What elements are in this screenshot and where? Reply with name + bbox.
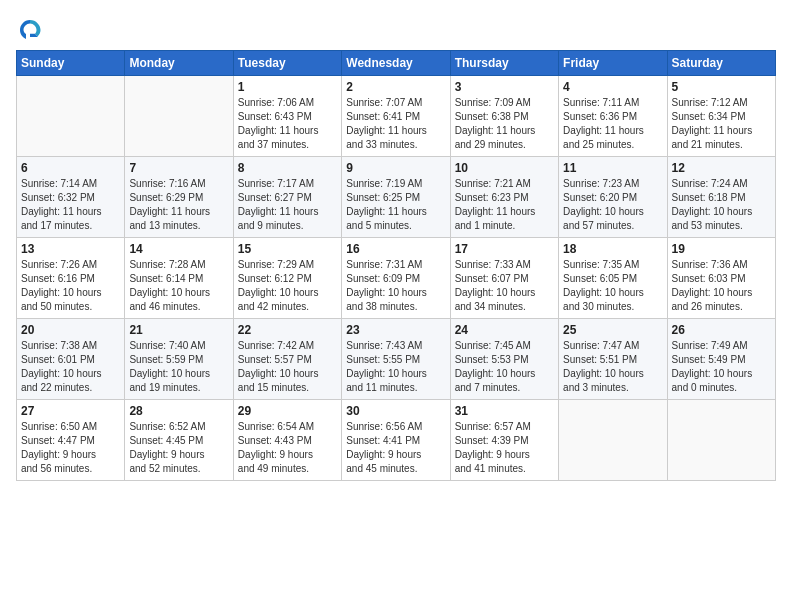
calendar-cell: 22Sunrise: 7:42 AM Sunset: 5:57 PM Dayli… (233, 319, 341, 400)
day-number: 25 (563, 323, 662, 337)
calendar-cell: 14Sunrise: 7:28 AM Sunset: 6:14 PM Dayli… (125, 238, 233, 319)
day-detail: Sunrise: 7:09 AM Sunset: 6:38 PM Dayligh… (455, 96, 554, 152)
calendar-cell: 21Sunrise: 7:40 AM Sunset: 5:59 PM Dayli… (125, 319, 233, 400)
day-header-sunday: Sunday (17, 51, 125, 76)
week-row-1: 6Sunrise: 7:14 AM Sunset: 6:32 PM Daylig… (17, 157, 776, 238)
day-number: 17 (455, 242, 554, 256)
day-header-tuesday: Tuesday (233, 51, 341, 76)
day-detail: Sunrise: 7:38 AM Sunset: 6:01 PM Dayligh… (21, 339, 120, 395)
calendar-cell (667, 400, 775, 481)
day-detail: Sunrise: 7:14 AM Sunset: 6:32 PM Dayligh… (21, 177, 120, 233)
day-number: 7 (129, 161, 228, 175)
day-detail: Sunrise: 6:50 AM Sunset: 4:47 PM Dayligh… (21, 420, 120, 476)
day-number: 9 (346, 161, 445, 175)
calendar-cell: 26Sunrise: 7:49 AM Sunset: 5:49 PM Dayli… (667, 319, 775, 400)
day-number: 31 (455, 404, 554, 418)
calendar-cell: 4Sunrise: 7:11 AM Sunset: 6:36 PM Daylig… (559, 76, 667, 157)
day-number: 11 (563, 161, 662, 175)
day-header-thursday: Thursday (450, 51, 558, 76)
day-number: 3 (455, 80, 554, 94)
calendar-cell: 15Sunrise: 7:29 AM Sunset: 6:12 PM Dayli… (233, 238, 341, 319)
day-number: 15 (238, 242, 337, 256)
week-row-2: 13Sunrise: 7:26 AM Sunset: 6:16 PM Dayli… (17, 238, 776, 319)
calendar-cell: 27Sunrise: 6:50 AM Sunset: 4:47 PM Dayli… (17, 400, 125, 481)
day-detail: Sunrise: 7:36 AM Sunset: 6:03 PM Dayligh… (672, 258, 771, 314)
day-detail: Sunrise: 7:24 AM Sunset: 6:18 PM Dayligh… (672, 177, 771, 233)
day-detail: Sunrise: 7:19 AM Sunset: 6:25 PM Dayligh… (346, 177, 445, 233)
day-detail: Sunrise: 7:07 AM Sunset: 6:41 PM Dayligh… (346, 96, 445, 152)
day-number: 23 (346, 323, 445, 337)
calendar-cell: 9Sunrise: 7:19 AM Sunset: 6:25 PM Daylig… (342, 157, 450, 238)
calendar-cell: 30Sunrise: 6:56 AM Sunset: 4:41 PM Dayli… (342, 400, 450, 481)
calendar-cell: 19Sunrise: 7:36 AM Sunset: 6:03 PM Dayli… (667, 238, 775, 319)
day-detail: Sunrise: 6:54 AM Sunset: 4:43 PM Dayligh… (238, 420, 337, 476)
day-detail: Sunrise: 7:26 AM Sunset: 6:16 PM Dayligh… (21, 258, 120, 314)
day-number: 24 (455, 323, 554, 337)
day-detail: Sunrise: 7:21 AM Sunset: 6:23 PM Dayligh… (455, 177, 554, 233)
logo (16, 16, 48, 44)
day-detail: Sunrise: 7:23 AM Sunset: 6:20 PM Dayligh… (563, 177, 662, 233)
day-detail: Sunrise: 7:28 AM Sunset: 6:14 PM Dayligh… (129, 258, 228, 314)
day-header-friday: Friday (559, 51, 667, 76)
day-number: 8 (238, 161, 337, 175)
calendar-cell: 7Sunrise: 7:16 AM Sunset: 6:29 PM Daylig… (125, 157, 233, 238)
day-header-saturday: Saturday (667, 51, 775, 76)
calendar-cell: 13Sunrise: 7:26 AM Sunset: 6:16 PM Dayli… (17, 238, 125, 319)
day-detail: Sunrise: 7:11 AM Sunset: 6:36 PM Dayligh… (563, 96, 662, 152)
day-detail: Sunrise: 7:45 AM Sunset: 5:53 PM Dayligh… (455, 339, 554, 395)
day-detail: Sunrise: 7:35 AM Sunset: 6:05 PM Dayligh… (563, 258, 662, 314)
calendar-cell: 24Sunrise: 7:45 AM Sunset: 5:53 PM Dayli… (450, 319, 558, 400)
day-detail: Sunrise: 6:57 AM Sunset: 4:39 PM Dayligh… (455, 420, 554, 476)
calendar-cell: 16Sunrise: 7:31 AM Sunset: 6:09 PM Dayli… (342, 238, 450, 319)
calendar-cell: 11Sunrise: 7:23 AM Sunset: 6:20 PM Dayli… (559, 157, 667, 238)
day-detail: Sunrise: 7:49 AM Sunset: 5:49 PM Dayligh… (672, 339, 771, 395)
day-detail: Sunrise: 7:16 AM Sunset: 6:29 PM Dayligh… (129, 177, 228, 233)
day-header-wednesday: Wednesday (342, 51, 450, 76)
logo-icon (16, 16, 44, 44)
calendar-cell: 2Sunrise: 7:07 AM Sunset: 6:41 PM Daylig… (342, 76, 450, 157)
day-number: 28 (129, 404, 228, 418)
calendar-cell: 8Sunrise: 7:17 AM Sunset: 6:27 PM Daylig… (233, 157, 341, 238)
header (16, 16, 776, 44)
calendar-cell (125, 76, 233, 157)
day-number: 10 (455, 161, 554, 175)
header-row: SundayMondayTuesdayWednesdayThursdayFrid… (17, 51, 776, 76)
day-detail: Sunrise: 7:06 AM Sunset: 6:43 PM Dayligh… (238, 96, 337, 152)
calendar-cell (559, 400, 667, 481)
day-number: 16 (346, 242, 445, 256)
calendar-cell: 18Sunrise: 7:35 AM Sunset: 6:05 PM Dayli… (559, 238, 667, 319)
day-detail: Sunrise: 6:52 AM Sunset: 4:45 PM Dayligh… (129, 420, 228, 476)
day-detail: Sunrise: 7:17 AM Sunset: 6:27 PM Dayligh… (238, 177, 337, 233)
day-number: 19 (672, 242, 771, 256)
day-number: 30 (346, 404, 445, 418)
day-number: 22 (238, 323, 337, 337)
calendar-cell: 17Sunrise: 7:33 AM Sunset: 6:07 PM Dayli… (450, 238, 558, 319)
day-number: 29 (238, 404, 337, 418)
day-detail: Sunrise: 7:31 AM Sunset: 6:09 PM Dayligh… (346, 258, 445, 314)
calendar-cell: 25Sunrise: 7:47 AM Sunset: 5:51 PM Dayli… (559, 319, 667, 400)
day-detail: Sunrise: 7:33 AM Sunset: 6:07 PM Dayligh… (455, 258, 554, 314)
calendar-cell: 3Sunrise: 7:09 AM Sunset: 6:38 PM Daylig… (450, 76, 558, 157)
week-row-4: 27Sunrise: 6:50 AM Sunset: 4:47 PM Dayli… (17, 400, 776, 481)
day-number: 21 (129, 323, 228, 337)
calendar-table: SundayMondayTuesdayWednesdayThursdayFrid… (16, 50, 776, 481)
day-detail: Sunrise: 7:29 AM Sunset: 6:12 PM Dayligh… (238, 258, 337, 314)
day-detail: Sunrise: 6:56 AM Sunset: 4:41 PM Dayligh… (346, 420, 445, 476)
calendar-cell: 12Sunrise: 7:24 AM Sunset: 6:18 PM Dayli… (667, 157, 775, 238)
day-number: 27 (21, 404, 120, 418)
day-number: 4 (563, 80, 662, 94)
calendar-cell: 5Sunrise: 7:12 AM Sunset: 6:34 PM Daylig… (667, 76, 775, 157)
day-number: 6 (21, 161, 120, 175)
day-number: 2 (346, 80, 445, 94)
week-row-0: 1Sunrise: 7:06 AM Sunset: 6:43 PM Daylig… (17, 76, 776, 157)
day-detail: Sunrise: 7:47 AM Sunset: 5:51 PM Dayligh… (563, 339, 662, 395)
day-number: 5 (672, 80, 771, 94)
day-number: 13 (21, 242, 120, 256)
calendar-cell: 1Sunrise: 7:06 AM Sunset: 6:43 PM Daylig… (233, 76, 341, 157)
day-number: 1 (238, 80, 337, 94)
calendar-cell: 23Sunrise: 7:43 AM Sunset: 5:55 PM Dayli… (342, 319, 450, 400)
day-number: 14 (129, 242, 228, 256)
day-detail: Sunrise: 7:42 AM Sunset: 5:57 PM Dayligh… (238, 339, 337, 395)
week-row-3: 20Sunrise: 7:38 AM Sunset: 6:01 PM Dayli… (17, 319, 776, 400)
calendar-cell: 10Sunrise: 7:21 AM Sunset: 6:23 PM Dayli… (450, 157, 558, 238)
